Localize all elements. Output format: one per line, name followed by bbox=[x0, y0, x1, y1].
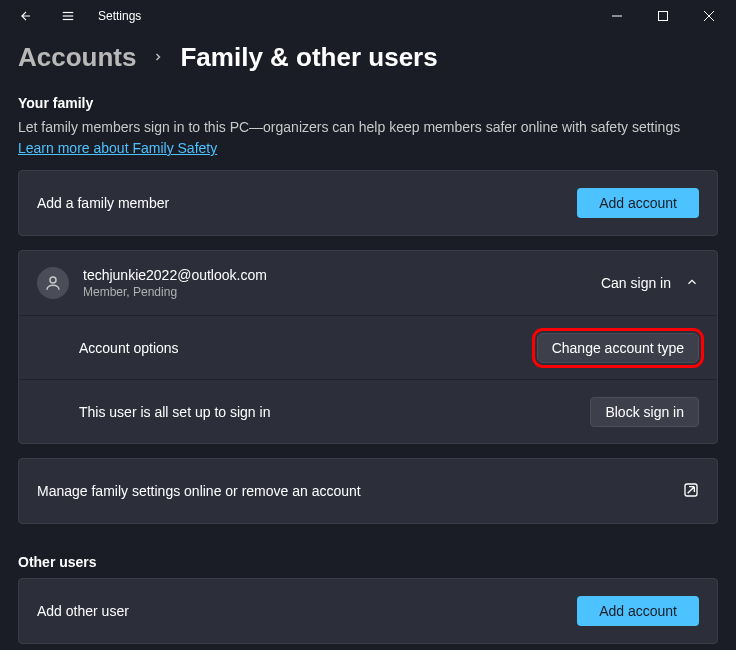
family-description: Let family members sign in to this PC—or… bbox=[18, 117, 718, 138]
svg-point-7 bbox=[50, 277, 56, 283]
menu-button[interactable] bbox=[52, 0, 84, 32]
family-safety-link[interactable]: Learn more about Family Safety bbox=[18, 140, 217, 156]
add-other-label: Add other user bbox=[37, 603, 129, 619]
maximize-button[interactable] bbox=[640, 0, 686, 32]
signin-ready-text: This user is all set up to sign in bbox=[79, 404, 270, 420]
manage-online-text: Manage family settings online or remove … bbox=[37, 483, 361, 499]
other-users-heading: Other users bbox=[18, 554, 718, 570]
app-title: Settings bbox=[98, 9, 141, 23]
change-account-type-button[interactable]: Change account type bbox=[537, 333, 699, 363]
account-options-label: Account options bbox=[79, 340, 179, 356]
user-email: techjunkie2022@outlook.com bbox=[83, 267, 267, 283]
chevron-right-icon bbox=[152, 47, 164, 68]
add-family-member-row: Add a family member Add account bbox=[19, 171, 717, 235]
breadcrumb: Accounts Family & other users bbox=[18, 42, 718, 73]
user-status: Member, Pending bbox=[83, 285, 267, 299]
avatar bbox=[37, 267, 69, 299]
signin-ready-row: This user is all set up to sign in Block… bbox=[19, 379, 717, 443]
account-options-row: Account options Change account type bbox=[19, 315, 717, 379]
add-family-account-button[interactable]: Add account bbox=[577, 188, 699, 218]
breadcrumb-current: Family & other users bbox=[180, 42, 437, 73]
family-member-row[interactable]: techjunkie2022@outlook.com Member, Pendi… bbox=[19, 251, 717, 315]
block-signin-button[interactable]: Block sign in bbox=[590, 397, 699, 427]
add-other-account-button[interactable]: Add account bbox=[577, 596, 699, 626]
add-family-label: Add a family member bbox=[37, 195, 169, 211]
minimize-button[interactable] bbox=[594, 0, 640, 32]
family-heading: Your family bbox=[18, 95, 718, 111]
signin-status: Can sign in bbox=[601, 275, 671, 291]
breadcrumb-parent[interactable]: Accounts bbox=[18, 42, 136, 73]
back-button[interactable] bbox=[10, 0, 42, 32]
close-button[interactable] bbox=[686, 0, 732, 32]
add-other-user-row: Add other user Add account bbox=[19, 579, 717, 643]
svg-rect-4 bbox=[659, 12, 668, 21]
chevron-up-icon bbox=[685, 275, 699, 292]
manage-family-online-row[interactable]: Manage family settings online or remove … bbox=[19, 459, 717, 523]
external-link-icon bbox=[683, 482, 699, 501]
